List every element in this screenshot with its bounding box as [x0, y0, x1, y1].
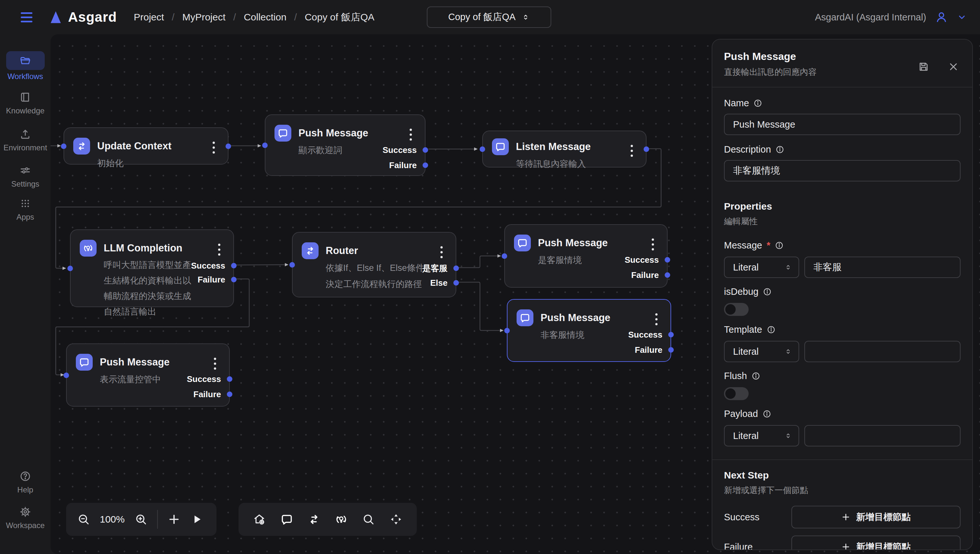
node-menu-button[interactable] [210, 140, 217, 156]
description-field[interactable] [724, 160, 961, 181]
next-step-heading: Next Step [724, 470, 961, 481]
sidebar-item-workflows[interactable]: Workflows [0, 51, 51, 81]
info-icon[interactable] [767, 325, 776, 334]
output-port-is-cs[interactable]: 是客服 [422, 263, 459, 274]
updown-chevrons-icon [784, 263, 792, 271]
output-port-success[interactable]: Success [191, 261, 237, 271]
output-port-success[interactable]: Success [625, 255, 670, 265]
node-menu-button[interactable] [653, 311, 660, 327]
node-push-message-throttle[interactable]: Push Message 表示流量控管中 Success Failure [66, 344, 230, 407]
fit-view-icon[interactable] [390, 513, 403, 526]
sidebar-item-help[interactable]: Help [0, 470, 51, 494]
breadcrumb-project[interactable]: Project [134, 12, 164, 23]
save-icon[interactable] [918, 61, 929, 73]
node-subtitle: 呼叫大型語言模型並產生結構化的資料輸出以輔助流程的決策或生成自然語言輸出 [104, 257, 193, 320]
payload-value-field[interactable] [804, 425, 961, 446]
input-port[interactable] [262, 143, 268, 148]
breadcrumb-current[interactable]: Copy of 飯店QA [304, 11, 374, 24]
template-value-field[interactable] [804, 341, 961, 362]
node-menu-button[interactable] [629, 143, 635, 159]
info-icon[interactable] [754, 99, 762, 108]
required-mark: * [767, 240, 770, 251]
output-port-success[interactable]: Success [628, 330, 674, 340]
toolbar-divider [157, 510, 158, 529]
node-push-message-non-cs[interactable]: Push Message 非客服情境 Success Failure [507, 299, 671, 362]
output-port[interactable] [226, 143, 231, 149]
app-logo[interactable]: Asgard [49, 10, 117, 25]
add-target-node-button[interactable]: 新增目標節點 [791, 506, 961, 529]
run-workflow-icon[interactable] [190, 513, 203, 526]
node-listen-message[interactable]: Listen Message 等待訊息內容輸入 [482, 131, 647, 167]
output-port-success[interactable]: Success [186, 374, 233, 384]
isdebug-label: isDebug [724, 287, 961, 297]
sidebar-item-apps[interactable]: Apps [0, 197, 51, 221]
input-port[interactable] [67, 266, 73, 271]
node-title: Router [326, 242, 425, 259]
output-port-failure[interactable]: Failure [389, 160, 428, 170]
add-icon[interactable] [167, 513, 180, 526]
menu-icon[interactable] [18, 10, 35, 25]
updown-chevrons-icon [784, 348, 792, 355]
sidebar-item-knowledge[interactable]: Knowledge [0, 91, 51, 115]
isdebug-toggle[interactable] [724, 303, 749, 316]
node-properties-panel: Push Message 直接輸出訊息的回應內容 Name Descriptio… [712, 39, 973, 550]
node-subtitle: 非客服情境 [540, 327, 610, 343]
node-title: LLM Completion [104, 240, 193, 256]
node-subtitle: 表示流量控管中 [100, 371, 169, 387]
add-home-node-icon[interactable] [253, 513, 266, 526]
swap-node-icon[interactable] [308, 513, 320, 526]
next-step-row-failure: Failure 新增目標節點 [724, 535, 961, 550]
topbar: Asgard Project / MyProject / Collection … [0, 0, 980, 34]
output-port-failure[interactable]: Failure [631, 270, 670, 280]
flush-toggle[interactable] [724, 387, 749, 400]
output-port-failure[interactable]: Failure [193, 389, 233, 400]
zoom-out-icon[interactable] [77, 513, 90, 526]
breadcrumb-collection[interactable]: Collection [244, 12, 287, 23]
info-icon[interactable] [763, 287, 771, 296]
payload-type-select[interactable]: Literal [724, 425, 799, 446]
input-port[interactable] [64, 373, 69, 378]
sidebar-item-environment[interactable]: Environment [0, 128, 51, 152]
node-llm-completion[interactable]: LLM Completion 呼叫大型語言模型並產生結構化的資料輸出以輔助流程的… [70, 229, 234, 307]
node-update-context[interactable]: Update Context 初始化 [64, 127, 228, 165]
input-port[interactable] [480, 146, 485, 152]
name-field[interactable] [724, 114, 961, 135]
chevron-down-icon[interactable] [957, 12, 967, 22]
output-port-else[interactable]: Else [430, 278, 459, 288]
message-node-icon[interactable] [280, 513, 293, 526]
info-icon[interactable] [763, 409, 771, 418]
search-icon[interactable] [362, 513, 375, 526]
add-target-node-button[interactable]: 新增目標節點 [791, 535, 961, 550]
input-port[interactable] [289, 262, 295, 267]
node-menu-button[interactable] [438, 244, 445, 260]
workflow-selector[interactable]: Copy of 飯店QA [427, 6, 551, 28]
output-port-failure[interactable]: Failure [635, 345, 674, 355]
node-menu-button[interactable] [212, 356, 218, 372]
node-push-message-cs[interactable]: Push Message 是客服情境 Success Failure [504, 224, 668, 288]
input-port[interactable] [61, 143, 67, 149]
node-router[interactable]: Router 依據If、Else If、Else條件決定工作流程執行的路徑 是客… [292, 232, 456, 298]
person-icon[interactable] [935, 10, 948, 24]
node-menu-button[interactable] [216, 242, 222, 258]
info-icon[interactable] [775, 241, 784, 250]
input-port[interactable] [504, 328, 510, 333]
template-type-select[interactable]: Literal [724, 341, 799, 362]
close-icon[interactable] [948, 61, 959, 73]
node-menu-button[interactable] [650, 237, 656, 252]
info-icon[interactable] [752, 372, 760, 380]
message-value-field[interactable] [804, 256, 961, 278]
zoom-in-icon[interactable] [134, 513, 147, 526]
info-icon[interactable] [776, 145, 784, 154]
input-port[interactable] [502, 253, 507, 259]
node-push-message-welcome[interactable]: Push Message 顯示歡迎詞 Success Failure [265, 115, 425, 176]
chat-bubble-icon [492, 138, 509, 155]
sidebar-item-workspace[interactable]: Workspace [0, 506, 51, 530]
output-port[interactable] [644, 146, 649, 152]
llm-node-icon[interactable] [335, 513, 348, 526]
output-port-success[interactable]: Success [382, 145, 428, 155]
sidebar-item-settings[interactable]: Settings [0, 165, 51, 189]
node-menu-button[interactable] [408, 127, 414, 143]
output-port-failure[interactable]: Failure [198, 275, 237, 285]
message-type-select[interactable]: Literal [724, 256, 799, 278]
breadcrumb-myproject[interactable]: MyProject [182, 12, 225, 23]
